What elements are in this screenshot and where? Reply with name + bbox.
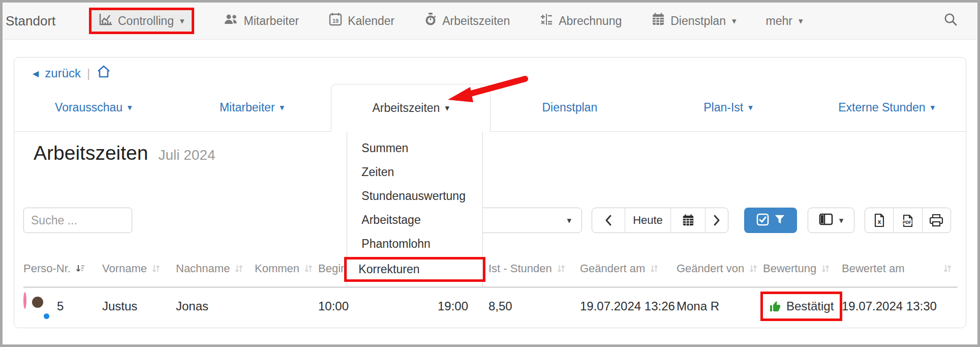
cell-nachname: Jonas — [176, 299, 255, 313]
chevron-left-icon — [604, 214, 612, 227]
column-visibility-button[interactable]: ▾ — [808, 208, 854, 233]
menu-item-phantomlohn[interactable]: Phantomlohn — [347, 232, 482, 256]
cell-geaendert-von: Mona R — [677, 299, 763, 313]
sort-icon — [304, 264, 313, 274]
cell-ende: 19:00 — [438, 299, 488, 313]
top-navbar: Standort Controlling ▾ Mitarbeiter 19 Ka… — [3, 3, 977, 40]
table-row[interactable]: 5 Justus Jonas 10:00 19:00 8,50 19.07.20… — [23, 288, 958, 325]
tab-externe-stunden[interactable]: Externe Stunden ▾ — [807, 84, 966, 131]
excel-x-glyph: x — [877, 218, 881, 225]
column-header-bewertet-am[interactable]: Bewertet am — [842, 262, 955, 275]
nav-item-label: Arbeitszeiten — [442, 14, 510, 28]
excel-file-icon: x — [873, 213, 885, 227]
back-triangle-icon: ◀ — [33, 69, 39, 78]
nav-item-mitarbeiter[interactable]: Mitarbeiter — [224, 13, 299, 28]
column-header-nachname[interactable]: Nachname — [176, 262, 255, 275]
nav-item-label: Abrechnung — [559, 14, 622, 28]
column-header-ist-stunden[interactable]: Ist - Stunden — [488, 262, 580, 275]
tab-label: Vorausschau — [55, 101, 122, 114]
status-badge: Bestätigt — [786, 299, 834, 313]
search-icon[interactable] — [943, 12, 958, 30]
stopwatch-icon — [424, 12, 437, 30]
column-header-kommen[interactable]: Kommen — [255, 262, 318, 275]
menu-item-stundenauswertung[interactable]: Stundenauswertung — [347, 184, 482, 208]
today-button[interactable]: Heute — [625, 208, 670, 233]
menu-item-korrekturen-red-box[interactable]: Korrekturen — [344, 257, 485, 282]
prev-period-button[interactable] — [592, 208, 625, 233]
sort-icon — [943, 264, 952, 274]
menu-item-zeiten[interactable]: Zeiten — [347, 160, 482, 184]
columns-icon — [819, 213, 833, 227]
tab-label: Externe Stunden — [838, 101, 925, 114]
calculator-icon — [539, 12, 554, 30]
page-subtitle: Juli 2024 — [158, 147, 215, 163]
nav-item-label: Kalender — [348, 14, 394, 28]
cell-geaendert-am: 19.07.2024 13:26 — [580, 299, 677, 313]
column-header-geaendert-am[interactable]: Geändert am — [580, 262, 677, 275]
chevron-down-icon: ▾ — [445, 103, 449, 113]
filter-button[interactable] — [744, 208, 797, 233]
print-button[interactable] — [922, 208, 951, 233]
nav-item-dienstplan[interactable]: Dienstplan ▾ — [651, 12, 736, 30]
arbeitszeiten-dropdown-menu: Summen Zeiten Stundenauswertung Arbeitst… — [347, 132, 483, 287]
table-header-row: Perso-Nr. Vorname Nachname Kommen Beginn… — [23, 262, 958, 275]
next-period-button[interactable] — [705, 208, 728, 233]
menu-item-summen[interactable]: Summen — [347, 136, 482, 160]
tab-dienstplan[interactable]: Dienstplan — [491, 84, 649, 131]
export-pdf-button[interactable]: PDF — [893, 208, 922, 233]
sort-icon — [234, 264, 243, 274]
nav-item-label: mehr — [765, 14, 792, 28]
breadcrumb-separator: | — [87, 66, 90, 80]
tab-plan-ist[interactable]: Plan-Ist ▾ — [649, 84, 808, 131]
nav-item-arbeitszeiten[interactable]: Arbeitszeiten — [424, 12, 510, 30]
nav-item-label: Dienstplan — [670, 14, 726, 28]
app-brand: Standort — [6, 13, 86, 29]
tab-label: Mitarbeiter — [220, 101, 275, 114]
page-title-text: Arbeitszeiten — [34, 142, 148, 164]
nav-item-kalender[interactable]: 19 Kalender — [328, 12, 394, 30]
export-buttons: x PDF — [865, 208, 951, 233]
datepicker-button[interactable] — [670, 208, 705, 233]
chevron-down-icon: ▾ — [931, 102, 935, 113]
chevron-down-icon: ▾ — [180, 16, 185, 26]
export-excel-button[interactable]: x — [865, 208, 893, 233]
content-card: ◀ zurück | Vorausschau ▾ Mitarbeiter ▾ A… — [14, 57, 966, 328]
sort-icon — [650, 264, 659, 274]
cell-perso-nr: 5 — [23, 294, 102, 319]
annotation-red-box-bewertung: Bestätigt — [760, 292, 842, 321]
nav-item-label: Controlling — [118, 14, 174, 28]
nav-item-mehr[interactable]: mehr ▾ — [765, 14, 803, 28]
tab-label: Arbeitszeiten — [372, 101, 440, 115]
column-header-bewertung[interactable]: Bewertung — [763, 262, 842, 275]
nav-item-abrechnung[interactable]: Abrechnung — [539, 12, 622, 30]
home-icon[interactable] — [96, 65, 111, 82]
avatar[interactable] — [23, 294, 49, 319]
funnel-icon — [774, 214, 785, 227]
chevron-down-icon: ▾ — [280, 102, 285, 113]
chevron-down-icon: ▾ — [799, 16, 803, 26]
tab-arbeitszeiten[interactable]: Arbeitszeiten ▾ Summen Zeiten Stundenaus… — [331, 84, 491, 132]
tab-vorausschau[interactable]: Vorausschau ▾ — [14, 84, 173, 131]
annotation-red-box-controlling: Controlling ▾ — [89, 8, 194, 34]
sort-icon — [749, 264, 758, 274]
search-input[interactable] — [23, 208, 132, 233]
calendar-icon — [682, 214, 695, 227]
column-header-perso-nr[interactable]: Perso-Nr. — [23, 262, 102, 275]
sort-icon — [151, 264, 161, 274]
app-screen: Standort Controlling ▾ Mitarbeiter 19 Ka… — [3, 3, 977, 344]
date-navigation: Heute — [592, 208, 728, 233]
cell-ist-stunden: 8,50 — [488, 299, 580, 313]
menu-item-arbeitstage[interactable]: Arbeitstage — [347, 208, 482, 232]
tab-label: Plan-Ist — [703, 101, 743, 114]
calendar-grid-icon — [651, 12, 665, 30]
tab-mitarbeiter[interactable]: Mitarbeiter ▾ — [173, 84, 331, 131]
sort-icon — [821, 264, 830, 274]
calendar-day-number: 19 — [332, 18, 339, 24]
back-link[interactable]: zurück — [45, 66, 81, 80]
nav-item-controlling[interactable]: Controlling ▾ — [99, 13, 185, 29]
breadcrumb: ◀ zurück | — [33, 65, 111, 82]
calendar-19-icon: 19 — [328, 12, 343, 30]
column-header-geaendert-von[interactable]: Geändert von — [677, 262, 763, 275]
nav-item-label: Mitarbeiter — [244, 14, 299, 28]
column-header-vorname[interactable]: Vorname — [102, 262, 176, 275]
